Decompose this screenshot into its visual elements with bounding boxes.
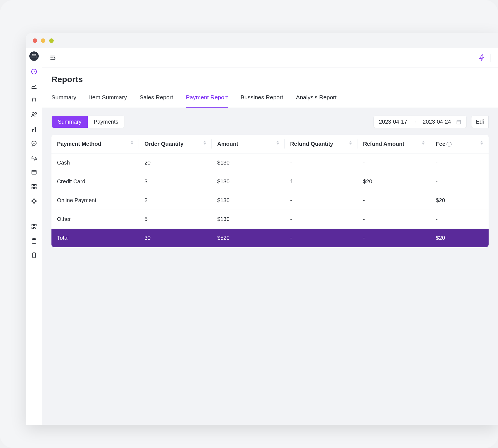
- cell-fee: -: [430, 153, 489, 172]
- nav-dashboard-icon[interactable]: [30, 68, 38, 75]
- cell-method: Online Payment: [51, 191, 139, 210]
- nav-device-icon[interactable]: [30, 252, 38, 259]
- table-row: Credit Card 3 $130 1 $20 -: [51, 172, 489, 191]
- table-total-row: Total 30 $520 - - $20: [51, 229, 489, 248]
- nav-analytics-icon[interactable]: [30, 82, 38, 90]
- calendar-icon: [456, 119, 461, 125]
- table-row: Cash 20 $130 - - -: [51, 153, 489, 172]
- cell-total-amount: $520: [212, 229, 284, 248]
- col-refund-amount[interactable]: Refund Amount: [357, 135, 430, 153]
- subtab-summary[interactable]: Summary: [52, 116, 88, 128]
- page-header: Reports Summary Item Summary Sales Repor…: [42, 67, 498, 108]
- tab-analysis-report[interactable]: Analysis Report: [296, 94, 337, 108]
- sidebar-collapse-icon[interactable]: [49, 54, 56, 61]
- svg-rect-18: [457, 120, 460, 124]
- cell-refund-qty: -: [285, 153, 357, 172]
- edit-columns-button[interactable]: Edi: [471, 116, 489, 128]
- cell-fee: -: [430, 172, 489, 191]
- svg-rect-16: [32, 239, 36, 243]
- info-icon[interactable]: i: [447, 142, 452, 147]
- cell-amount: $130: [212, 153, 284, 172]
- svg-rect-11: [32, 187, 33, 189]
- cell-refund-qty: -: [285, 210, 357, 229]
- nav-apps-icon[interactable]: [30, 183, 38, 190]
- nav-integrations-icon[interactable]: [30, 197, 38, 205]
- svg-rect-14: [35, 224, 36, 226]
- nav-qr-icon[interactable]: [30, 223, 38, 230]
- window-close-dot[interactable]: [33, 38, 37, 43]
- col-payment-method[interactable]: Payment Method: [51, 135, 139, 153]
- bolt-icon[interactable]: [478, 54, 486, 61]
- window-maximize-dot[interactable]: [49, 38, 54, 43]
- subtab-payments[interactable]: Payments: [88, 116, 124, 128]
- cell-fee: -: [430, 210, 489, 229]
- app-logo[interactable]: [29, 51, 39, 61]
- col-amount[interactable]: Amount: [212, 135, 284, 153]
- cell-method: Cash: [51, 153, 139, 172]
- table-row: Other 5 $130 - - -: [51, 210, 489, 229]
- svg-rect-13: [32, 224, 33, 226]
- page-title: Reports: [51, 75, 489, 84]
- cell-amount: $130: [212, 172, 284, 191]
- svg-rect-8: [32, 170, 36, 174]
- svg-point-7: [35, 143, 35, 144]
- cell-total-refund-qty: -: [285, 229, 357, 248]
- nav-orders-icon[interactable]: [30, 237, 38, 244]
- cell-qty: 20: [139, 153, 212, 172]
- nav-chat-icon[interactable]: [30, 140, 38, 147]
- cell-method: Credit Card: [51, 172, 139, 191]
- tab-item-summary[interactable]: Item Summary: [89, 94, 127, 108]
- cell-qty: 3: [139, 172, 212, 191]
- cell-total-label: Total: [51, 229, 139, 248]
- tab-payment-report[interactable]: Payment Report: [186, 94, 228, 108]
- nav-alerts-icon[interactable]: [30, 97, 38, 104]
- svg-rect-0: [32, 55, 36, 58]
- cell-refund-amt: -: [357, 210, 430, 229]
- cell-method: Other: [51, 210, 139, 229]
- cell-fee: $20: [430, 191, 489, 210]
- cell-refund-qty: -: [285, 191, 357, 210]
- col-fee[interactable]: Feei: [430, 135, 489, 153]
- nav-menu-icon[interactable]: [30, 126, 38, 133]
- table-header-row: Payment Method Order Quantity Amount Ref…: [51, 135, 489, 153]
- cell-total-qty: 30: [139, 229, 212, 248]
- cell-refund-amt: -: [357, 153, 430, 172]
- svg-point-5: [33, 143, 33, 144]
- nav-customers-icon[interactable]: [30, 111, 38, 118]
- arrow-right-icon: →: [412, 119, 418, 125]
- date-from: 2023-04-17: [379, 119, 407, 125]
- cell-amount: $130: [212, 191, 284, 210]
- col-refund-quantity[interactable]: Refund Quantity: [285, 135, 357, 153]
- svg-rect-15: [32, 227, 33, 229]
- tab-sales-report[interactable]: Sales Report: [139, 94, 173, 108]
- cell-qty: 2: [139, 191, 212, 210]
- topbar-divider: [491, 54, 491, 62]
- tab-business-report[interactable]: Bussines Report: [241, 94, 283, 108]
- cell-amount: $130: [212, 210, 284, 229]
- window-chrome: [26, 33, 498, 48]
- report-tabs: Summary Item Summary Sales Report Paymen…: [51, 94, 489, 108]
- payment-table: Payment Method Order Quantity Amount Ref…: [51, 135, 489, 247]
- nav-pos-icon[interactable]: [30, 169, 38, 176]
- svg-rect-9: [32, 184, 33, 186]
- date-range-picker[interactable]: 2023-04-17 → 2023-04-24: [374, 116, 467, 128]
- cell-qty: 5: [139, 210, 212, 229]
- app-window: Reports Summary Item Summary Sales Repor…: [26, 33, 498, 425]
- sidebar: [26, 48, 42, 425]
- main-area: Reports Summary Item Summary Sales Repor…: [42, 48, 498, 425]
- window-minimize-dot[interactable]: [41, 38, 45, 43]
- nav-translate-icon[interactable]: [30, 154, 38, 162]
- cell-refund-qty: 1: [285, 172, 357, 191]
- svg-point-2: [32, 113, 34, 115]
- cell-total-refund-amt: -: [357, 229, 430, 248]
- svg-point-6: [34, 143, 34, 144]
- topbar: [42, 48, 498, 67]
- subtab-segment: Summary Payments: [51, 116, 125, 128]
- tab-summary[interactable]: Summary: [51, 94, 76, 108]
- cell-total-fee: $20: [430, 229, 489, 248]
- svg-point-3: [35, 113, 37, 114]
- cell-refund-amt: -: [357, 191, 430, 210]
- filter-row: Summary Payments 2023-04-17 → 2023-04-24…: [42, 108, 498, 135]
- table-row: Online Payment 2 $130 - - $20: [51, 191, 489, 210]
- col-order-quantity[interactable]: Order Quantity: [139, 135, 212, 153]
